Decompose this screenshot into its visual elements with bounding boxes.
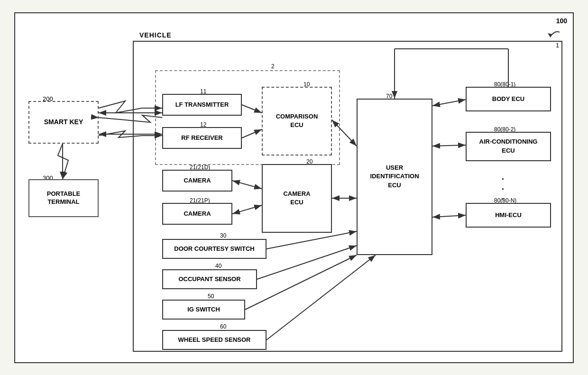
body-ecu-box: BODY ECU [466, 87, 551, 111]
occupant-sensor-label: OCCUPANT SENSOR [178, 275, 240, 283]
portable-terminal-box: PORTABLETERMINAL [28, 179, 99, 217]
dots-label: ··· [502, 174, 504, 204]
ref-door-switch: 30 [220, 232, 226, 239]
ig-switch-label: IG SWITCH [187, 306, 220, 313]
wheel-speed-box: WHEEL SPEED SENSOR [162, 330, 266, 350]
lf-transmitter-label: LF TRANSMITTER [175, 101, 229, 108]
hmi-ecu-box: HMI-ECU [466, 203, 551, 228]
rf-receiver-box: RF RECEIVER [162, 127, 242, 149]
camera-ecu-box: CAMERAECU [262, 164, 332, 233]
comparison-ecu-box: COMPARISONECU [262, 87, 332, 155]
ig-switch-box: IG SWITCH [162, 300, 245, 320]
door-switch-label: DOOR COURTESY SWITCH [174, 245, 255, 252]
wheel-speed-label: WHEEL SPEED SENSOR [178, 336, 251, 343]
ref-wheel-speed: 60 [220, 323, 226, 330]
occupant-sensor-box: OCCUPANT SENSOR [162, 269, 257, 289]
vehicle-label: VEHICLE [139, 31, 172, 39]
hmi-ecu-label: HMI-ECU [495, 211, 522, 219]
user-id-ecu-box: USERIDENTIFICATIONECU [357, 99, 432, 255]
camera2-label: CAMERA [184, 210, 211, 217]
ref-100: 100 [556, 17, 567, 25]
camera-ecu-label: CAMERAECU [283, 190, 310, 207]
portable-terminal-label: PORTABLETERMINAL [47, 190, 81, 206]
air-cond-label: AIR-CONDITIONINGECU [479, 137, 538, 155]
air-cond-box: AIR-CONDITIONINGECU [466, 132, 551, 161]
diagram-container: 100 1 VEHICLE 200 SMART KEY 300 PORTABLE… [14, 12, 574, 363]
camera1-label: CAMERA [184, 177, 211, 184]
ref-2: 2 [271, 63, 275, 70]
camera2-box: CAMERA [162, 203, 232, 225]
ref-occupant-sensor: 40 [215, 263, 221, 269]
smart-key-box: SMART KEY [28, 101, 99, 144]
user-id-ecu-label: USERIDENTIFICATIONECU [370, 164, 419, 190]
ref-ig-switch: 50 [208, 293, 214, 300]
comparison-ecu-label: COMPARISONECU [276, 112, 318, 129]
body-ecu-label: BODY ECU [492, 95, 524, 102]
smart-key-label: SMART KEY [44, 118, 83, 126]
rf-receiver-label: RF RECEIVER [181, 134, 222, 141]
lf-transmitter-box: LF TRANSMITTER [162, 94, 242, 116]
door-switch-box: DOOR COURTESY SWITCH [162, 239, 266, 259]
camera1-box: CAMERA [162, 170, 232, 192]
